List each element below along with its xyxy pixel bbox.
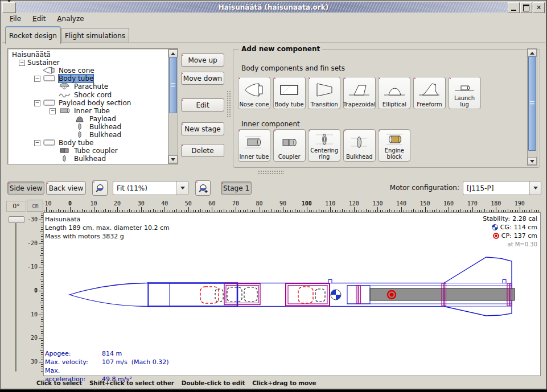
maximize-button[interactable] [520, 2, 532, 13]
tree-item-nose-cone[interactable]: Nose cone [9, 67, 168, 75]
tree-scroll-up-button[interactable] [168, 49, 178, 57]
add-component-panel: Add new component Body components and fi… [233, 45, 540, 168]
tree-item-label: Tube coupler [74, 147, 118, 155]
rotation-slider-track[interactable] [15, 221, 17, 372]
flight-stat-max-velocity: Max. velocity:107 m/s (Mach 0.32) [45, 358, 168, 366]
rocket-mass-label: Mass with motors 3832 g [45, 232, 170, 241]
component-scroll-down-button[interactable] [528, 157, 537, 165]
launch-lug-icon [453, 79, 476, 96]
component-button-nose-cone[interactable]: Nose cone [238, 77, 270, 109]
tree-item-bulkhead[interactable]: Bulkhead [9, 155, 168, 163]
zoom-level-combo[interactable]: Fit (11%) [113, 181, 188, 195]
tree-item-label: Bulkhead [89, 123, 121, 131]
tree-item-parachute[interactable]: Parachute [9, 82, 168, 90]
rotation-slider-thumb[interactable] [9, 216, 24, 223]
side-view-button[interactable]: Side view [7, 181, 44, 195]
component-tree[interactable]: Haisunäätä−SustainerNose cone−Body tubeP… [7, 48, 178, 164]
move-down-button[interactable]: Move down [181, 72, 224, 85]
tree-item-bulkhead[interactable]: Bulkhead [9, 131, 168, 139]
tree-item-tube-coupler[interactable]: Tube coupler [9, 147, 168, 155]
flight-stat-apogee: Apogee:814 m [45, 349, 168, 358]
tree-item-shock-cord[interactable]: Shock cord [9, 91, 168, 99]
nose-cone-shape [69, 283, 148, 307]
tab-rocket-design[interactable]: Rocket design [5, 26, 61, 44]
tree-item-body-tube[interactable]: −Body tube [9, 139, 168, 147]
component-button-label: Launch lug [450, 96, 480, 108]
tree-item-label: Body tube [59, 75, 93, 82]
expander-icon[interactable]: − [50, 108, 56, 114]
vertical-ruler: -30-20-100102030 [27, 212, 43, 375]
tree-item-body-tube[interactable]: −Body tube [9, 75, 168, 82]
component-button-coupler[interactable]: Coupler [273, 129, 306, 162]
back-view-button[interactable]: Back view [46, 181, 86, 195]
close-button[interactable]: ✕ [533, 2, 545, 13]
component-button-inner-tube[interactable]: Inner tube [238, 129, 270, 162]
body-components-label: Body components and fin sets [241, 64, 345, 72]
rocket-info-block: Haisunäätä Length 189 cm, max. diameter … [45, 215, 170, 241]
component-panel-scrollbar[interactable] [527, 48, 537, 166]
vertical-split-handle[interactable] [227, 90, 231, 118]
bulkhead-icon [58, 155, 72, 163]
magnifier-minus-icon [95, 183, 105, 193]
motor-config-combo[interactable]: [J115-P] [463, 181, 541, 195]
expander-icon[interactable]: − [34, 100, 40, 106]
tree-scrollbar-thumb[interactable] [169, 57, 177, 113]
magnifier-plus-icon [198, 183, 208, 193]
tree-item-sustainer[interactable]: −Sustainer [9, 59, 168, 67]
cp-label: CP: [501, 232, 512, 240]
tree-item-label: Sustainer [27, 59, 60, 67]
cg-marker [331, 290, 341, 300]
component-scroll-up-button[interactable] [528, 49, 537, 57]
motor-config-label: Motor configuration: [342, 184, 459, 192]
transition-icon [313, 79, 336, 102]
component-button-elliptical[interactable]: Elliptical [378, 77, 410, 109]
horizontal-split-handle[interactable] [258, 170, 284, 174]
component-button-body-tube[interactable]: Body tube [273, 77, 306, 109]
tab-flight-simulations[interactable]: Flight simulations [61, 28, 129, 43]
menu-item-edit[interactable]: Edit [27, 14, 51, 24]
stage-1-toggle[interactable]: Stage 1 [221, 181, 252, 195]
zoom-out-button[interactable] [92, 180, 108, 196]
cg-icon [492, 224, 498, 230]
cp-value: 137 cm [514, 232, 537, 240]
fin-bottom-shape [444, 307, 512, 316]
new-stage-button[interactable]: New stage [181, 122, 224, 135]
tree-item-bulkhead[interactable]: Bulkhead [9, 123, 168, 131]
expander-icon[interactable]: − [34, 140, 40, 146]
add-component-title: Add new component [239, 45, 322, 53]
delete-button[interactable]: Delete [181, 144, 224, 157]
title-bar[interactable]: Haisunäätä (haisunaata.ork) ✕ [2, 2, 545, 13]
tab-content-divider [2, 42, 545, 43]
tree-item-label: Payload [89, 115, 116, 123]
elliptical-icon [383, 79, 406, 102]
status-hint: Double-click to edit [182, 379, 245, 386]
component-button-centering-ring[interactable]: Centering ring [308, 129, 340, 162]
component-button-bulkhead[interactable]: Bulkhead [343, 129, 376, 162]
tree-scroll-down-button[interactable] [168, 155, 178, 163]
menu-item-analyze[interactable]: Analyze [51, 14, 89, 24]
expander-icon[interactable]: − [19, 60, 25, 66]
mach-note: at M=0.30 [483, 240, 537, 249]
component-button-trapezoidal[interactable]: Trapezoidal [343, 77, 376, 109]
component-scrollbar-thumb[interactable] [528, 56, 536, 151]
edit-button[interactable]: Edit [181, 98, 224, 112]
move-up-button[interactable]: Move up [181, 53, 224, 67]
component-button-label: Engine block [379, 148, 409, 160]
menu-item-file[interactable]: File [4, 14, 27, 24]
component-button-freeform[interactable]: Freeform [413, 77, 446, 109]
minimize-button[interactable] [508, 2, 520, 13]
close-icon: ✕ [536, 4, 541, 11]
tree-item-haisun-t[interactable]: Haisunäätä [9, 51, 168, 59]
tree-item-payload-body-section[interactable]: −Payload body section [9, 99, 168, 107]
tree-item-payload[interactable]: Payload [9, 115, 168, 123]
component-button-transition[interactable]: Transition [308, 77, 340, 109]
component-button-engine-block[interactable]: Engine block [378, 129, 410, 162]
inner-tube-icon [243, 131, 266, 154]
tree-item-inner-tube[interactable]: −Inner Tube [9, 107, 168, 115]
tree-scrollbar[interactable] [168, 49, 178, 164]
maximize-icon [523, 5, 529, 11]
zoom-in-button[interactable] [195, 180, 211, 196]
component-button-launch-lug[interactable]: Launch lug [449, 77, 481, 109]
expander-icon[interactable]: − [34, 76, 40, 82]
ruler-unit-label: cm [27, 200, 43, 212]
